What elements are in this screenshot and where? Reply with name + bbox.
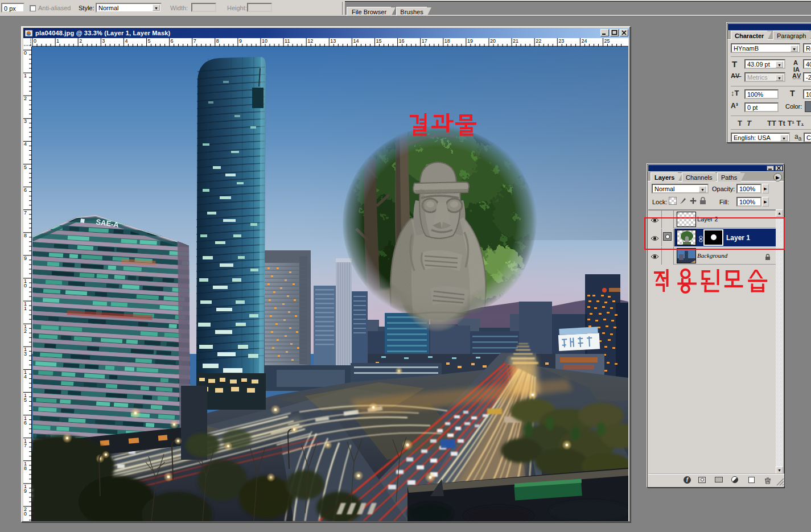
svg-text:5: 5 — [24, 397, 27, 403]
svg-text:4: 4 — [24, 141, 27, 147]
svg-text:7: 7 — [24, 210, 27, 216]
svg-text:5: 5 — [24, 164, 27, 170]
svg-text:14: 14 — [353, 38, 359, 44]
svg-text:12: 12 — [307, 38, 313, 44]
svg-text:25: 25 — [604, 38, 610, 44]
svg-text:19: 19 — [467, 38, 473, 44]
svg-text:8: 8 — [24, 465, 27, 471]
svg-text:3: 3 — [102, 38, 105, 44]
svg-text:0: 0 — [24, 50, 27, 56]
svg-text:7: 7 — [24, 443, 27, 448]
svg-text:17: 17 — [422, 38, 427, 44]
svg-text:23: 23 — [558, 38, 564, 44]
svg-text:6: 6 — [171, 38, 174, 44]
svg-text:15: 15 — [376, 38, 382, 44]
svg-text:0: 0 — [24, 283, 27, 288]
svg-text:13: 13 — [330, 38, 336, 44]
svg-text:2: 2 — [79, 38, 82, 44]
svg-text:22: 22 — [536, 38, 541, 44]
svg-text:1: 1 — [56, 38, 59, 44]
svg-text:3: 3 — [24, 118, 27, 124]
svg-text:2: 2 — [24, 328, 27, 334]
svg-text:16: 16 — [399, 38, 405, 44]
svg-text:24: 24 — [581, 38, 587, 44]
svg-text:4: 4 — [125, 38, 127, 44]
svg-text:0: 0 — [34, 38, 36, 44]
svg-text:8: 8 — [216, 38, 219, 44]
svg-text:6: 6 — [24, 420, 27, 426]
svg-text:20: 20 — [490, 38, 496, 44]
svg-text:1: 1 — [24, 306, 27, 311]
svg-text:6: 6 — [24, 187, 27, 193]
svg-text:2: 2 — [24, 96, 27, 101]
svg-text:4: 4 — [24, 374, 27, 380]
svg-text:11: 11 — [285, 38, 290, 44]
svg-text:18: 18 — [444, 38, 450, 44]
svg-text:10: 10 — [262, 38, 267, 44]
svg-text:7: 7 — [194, 38, 196, 44]
svg-text:8: 8 — [24, 233, 27, 238]
svg-text:0: 0 — [24, 511, 27, 517]
svg-text:9: 9 — [239, 38, 242, 44]
svg-text:21: 21 — [513, 38, 518, 44]
svg-text:9: 9 — [24, 488, 27, 494]
svg-text:1: 1 — [24, 73, 27, 79]
svg-text:5: 5 — [148, 38, 151, 44]
svg-text:3: 3 — [24, 351, 27, 357]
svg-text:9: 9 — [24, 255, 27, 261]
